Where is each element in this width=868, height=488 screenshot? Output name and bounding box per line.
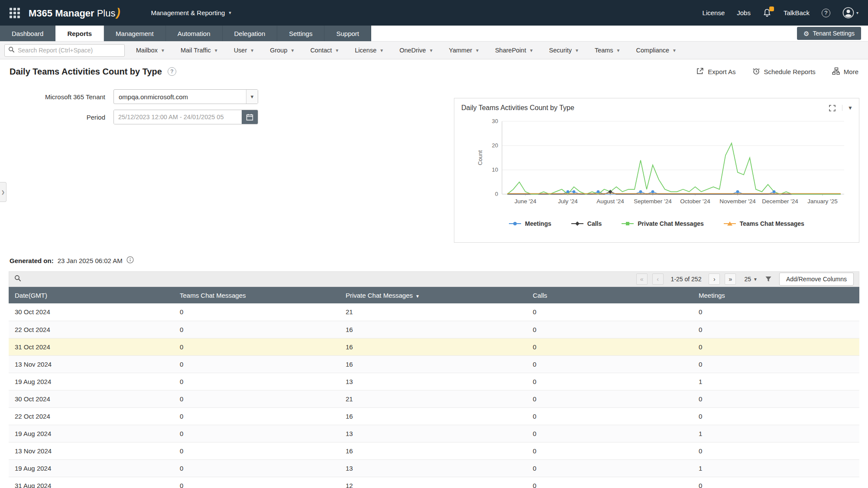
chevron-down-icon: ▼ bbox=[379, 48, 384, 53]
column-header-date-gmt-[interactable]: Date(GMT) bbox=[9, 287, 175, 303]
subnav-menu-mail-traffic[interactable]: Mail Traffic▼ bbox=[181, 47, 218, 54]
column-header-calls[interactable]: Calls bbox=[528, 287, 693, 303]
subnav-menu-license[interactable]: License▼ bbox=[355, 47, 384, 54]
column-header-teams-chat-messages[interactable]: Teams Chat Messages bbox=[175, 287, 340, 303]
column-header-meetings[interactable]: Meetings bbox=[693, 287, 859, 303]
table-row[interactable]: 30 Oct 202402100 bbox=[9, 390, 859, 407]
table-cell: 0 bbox=[528, 425, 693, 442]
table-cell: 0 bbox=[175, 459, 340, 477]
info-icon[interactable] bbox=[126, 256, 134, 265]
table-cell: 30 Oct 2024 bbox=[9, 390, 175, 407]
table-cell: 0 bbox=[175, 407, 340, 425]
subnav-menu-compliance[interactable]: Compliance▼ bbox=[636, 47, 677, 54]
subnav-menu-teams[interactable]: Teams▼ bbox=[595, 47, 621, 54]
schedule-reports-button[interactable]: Schedule Reports bbox=[752, 67, 816, 76]
page-size-select[interactable]: 25 ▼ bbox=[744, 276, 757, 283]
legend-teams-chat-messages[interactable]: Teams Chat Messages bbox=[724, 220, 804, 227]
pagination-range: 1-25 of 252 bbox=[671, 276, 702, 283]
more-button[interactable]: More bbox=[832, 67, 858, 76]
report-criteria-section: Microsoft 365 Tenant ompqa.onmicrosoft.c… bbox=[0, 89, 868, 251]
legend-private-chat-messages[interactable]: Private Chat Messages bbox=[622, 220, 704, 227]
table-row[interactable]: 13 Nov 202401600 bbox=[9, 442, 859, 459]
table-cell: 13 Nov 2024 bbox=[9, 355, 175, 373]
calendar-icon[interactable] bbox=[242, 110, 258, 124]
user-menu[interactable]: ▾ bbox=[842, 7, 858, 19]
first-page-button[interactable]: « bbox=[636, 273, 648, 285]
table-search-icon[interactable] bbox=[14, 275, 21, 283]
tab-support[interactable]: Support bbox=[324, 26, 371, 41]
subnav-menu-security[interactable]: Security▼ bbox=[549, 47, 579, 54]
legend-marker-icon bbox=[571, 221, 584, 226]
category-menus: Mailbox▼Mail Traffic▼User▼Group▼Contact▼… bbox=[136, 47, 677, 54]
svg-text:October '24: October '24 bbox=[680, 198, 710, 205]
notifications-bell-icon[interactable] bbox=[763, 8, 771, 17]
table-cell: 0 bbox=[528, 407, 693, 425]
subnav-menu-group[interactable]: Group▼ bbox=[270, 47, 295, 54]
chevron-down-icon: ▼ bbox=[161, 48, 165, 53]
table-row[interactable]: 13 Nov 202401600 bbox=[9, 355, 859, 373]
svg-text:July '24: July '24 bbox=[558, 198, 578, 205]
generated-on: Generated on: 23 Jan 2025 06:02 AM bbox=[0, 255, 868, 266]
tab-settings[interactable]: Settings bbox=[277, 26, 324, 41]
more-icon bbox=[832, 67, 840, 76]
table-row[interactable]: 22 Oct 202401600 bbox=[9, 321, 859, 338]
chart-options-icon[interactable]: ▼ bbox=[842, 105, 853, 111]
export-as-button[interactable]: Export As bbox=[696, 67, 735, 76]
table-cell: 0 bbox=[528, 355, 693, 373]
legend-calls[interactable]: Calls bbox=[571, 220, 602, 227]
main-tabs: DashboardReportsManagementAutomationDele… bbox=[0, 26, 371, 41]
prev-page-button[interactable]: ‹ bbox=[652, 273, 664, 285]
table-row[interactable]: 31 Aug 202401200 bbox=[9, 477, 859, 488]
license-link[interactable]: License bbox=[703, 9, 725, 16]
tab-management[interactable]: Management bbox=[104, 26, 166, 41]
filter-icon[interactable] bbox=[765, 276, 772, 283]
svg-text:November '24: November '24 bbox=[719, 198, 756, 205]
tenant-select[interactable]: ompqa.onmicrosoft.com ▼ bbox=[113, 89, 258, 104]
subnav-menu-contact[interactable]: Contact▼ bbox=[310, 47, 339, 54]
gear-icon: ⚙ bbox=[803, 30, 809, 37]
subnav-menu-user[interactable]: User▼ bbox=[234, 47, 255, 54]
legend-meetings[interactable]: Meetings bbox=[509, 220, 551, 227]
period-label: Period bbox=[0, 114, 105, 121]
table-cell: 0 bbox=[528, 338, 693, 355]
table-row[interactable]: 19 Aug 202401301 bbox=[9, 373, 859, 390]
search-input[interactable] bbox=[18, 47, 121, 54]
tab-delegation[interactable]: Delegation bbox=[223, 26, 278, 41]
last-page-button[interactable]: » bbox=[725, 273, 736, 285]
help-icon[interactable]: ? bbox=[822, 9, 830, 17]
tab-dashboard[interactable]: Dashboard bbox=[0, 26, 55, 41]
table-row[interactable]: 30 Oct 202402100 bbox=[9, 303, 859, 321]
table-cell: 0 bbox=[693, 442, 859, 459]
subnav-menu-mailbox[interactable]: Mailbox▼ bbox=[136, 47, 165, 54]
period-input[interactable] bbox=[114, 110, 242, 124]
chevron-down-icon: ▼ bbox=[672, 48, 677, 53]
add-remove-columns-button[interactable]: Add/Remove Columns bbox=[779, 273, 854, 286]
table-row[interactable]: 19 Aug 202401301 bbox=[9, 459, 859, 477]
talkback-link[interactable]: TalkBack bbox=[784, 9, 810, 16]
subnav-menu-yammer[interactable]: Yammer▼ bbox=[449, 47, 479, 54]
sidebar-collapse-handle[interactable]: ❯ bbox=[0, 182, 6, 202]
context-switcher[interactable]: Management & Reporting ▾ bbox=[151, 9, 231, 16]
chevron-down-icon: ▼ bbox=[250, 48, 254, 53]
table-cell: 19 Aug 2024 bbox=[9, 373, 175, 390]
table-row[interactable]: 19 Aug 202401301 bbox=[9, 425, 859, 442]
next-page-button[interactable]: › bbox=[709, 273, 720, 285]
svg-text:20: 20 bbox=[492, 142, 498, 149]
subnav-menu-sharepoint[interactable]: SharePoint▼ bbox=[495, 47, 534, 54]
export-as-icon bbox=[696, 67, 704, 76]
brand-logo[interactable]: M365 Manager Plus ) bbox=[29, 6, 120, 20]
report-help-icon[interactable]: ? bbox=[168, 67, 176, 76]
tab-reports[interactable]: Reports bbox=[55, 26, 104, 41]
column-header-private-chat-messages[interactable]: Private Chat Messages▼ bbox=[340, 287, 528, 303]
tenant-settings-button[interactable]: ⚙ Tenant Settings bbox=[797, 27, 861, 40]
tab-automation[interactable]: Automation bbox=[166, 26, 223, 41]
expand-chart-icon[interactable] bbox=[829, 104, 836, 112]
teams-activity-chart: 0102030CountJune '24July '24August '24Se… bbox=[454, 114, 859, 219]
table-row[interactable]: 22 Oct 202401600 bbox=[9, 407, 859, 425]
table-row[interactable]: 31 Oct 202401600 bbox=[9, 338, 859, 355]
subnav-menu-onedrive[interactable]: OneDrive▼ bbox=[399, 47, 433, 54]
app-grid-icon[interactable] bbox=[10, 8, 20, 18]
report-search[interactable] bbox=[4, 44, 125, 57]
jobs-link[interactable]: Jobs bbox=[737, 9, 751, 16]
table-cell: 19 Aug 2024 bbox=[9, 425, 175, 442]
